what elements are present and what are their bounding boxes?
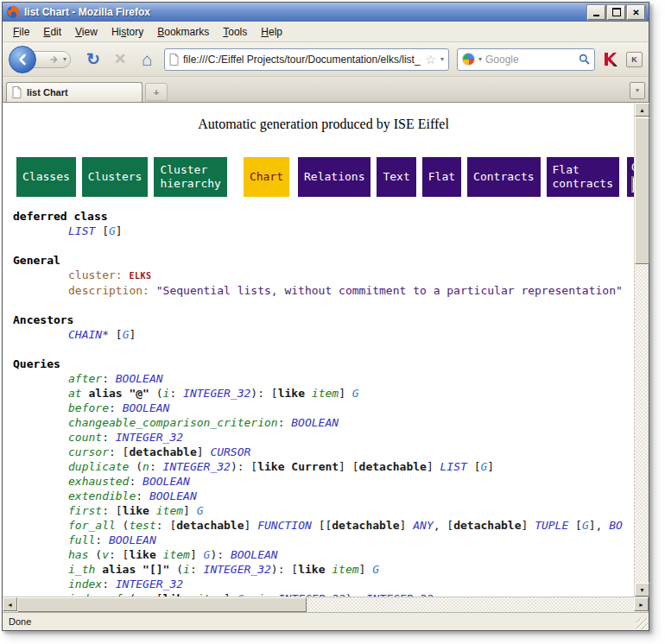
seg-type[interactable]: LIST xyxy=(440,460,467,473)
doc-nav-buttons: ClassesClustersCluster hierarchyChartRel… xyxy=(16,157,619,197)
search-input[interactable] xyxy=(485,54,575,66)
forward-button[interactable]: ▾ xyxy=(31,51,71,68)
search-magnifier-icon[interactable] xyxy=(579,54,590,65)
seg-plain: ] xyxy=(244,519,258,532)
seg-plain: [ xyxy=(95,224,109,237)
resize-grip[interactable] xyxy=(636,618,648,629)
maximize-icon xyxy=(612,8,621,16)
seg-type[interactable]: INTEGER_32 xyxy=(116,431,183,444)
seg-gen[interactable]: G xyxy=(352,387,359,400)
menu-bar: FileEditViewHistoryBookmarksToolsHelp xyxy=(3,22,649,42)
bookmark-star-icon[interactable]: ☆ xyxy=(425,53,436,66)
seg-kw: detachable xyxy=(453,519,521,532)
search-bar[interactable]: ▾ xyxy=(457,48,595,71)
seg-type[interactable]: CHAIN* xyxy=(68,328,109,341)
seg-type[interactable]: INTEGER_32 xyxy=(204,563,271,576)
seg-type[interactable]: TUPLE xyxy=(535,519,568,532)
scroll-left-button[interactable]: ◄ xyxy=(3,597,17,611)
back-button[interactable] xyxy=(9,46,36,73)
seg-type[interactable]: ANY xyxy=(413,519,433,532)
history-dropdown-icon[interactable]: ▾ xyxy=(63,56,66,63)
doc-line: CHAIN* [G] xyxy=(13,327,634,342)
seg-gen[interactable]: G xyxy=(582,519,589,532)
seg-type[interactable]: FUNCTION xyxy=(257,519,312,532)
docnav-relations[interactable]: Relations xyxy=(298,157,370,197)
seg-type[interactable]: LIST xyxy=(68,224,95,237)
content-area: Automatic generation produced by ISE Eif… xyxy=(3,103,649,597)
stop-button[interactable]: ✕ xyxy=(111,50,130,69)
minimize-button[interactable] xyxy=(587,5,605,20)
doc-sections: deferred classLIST [G]Generalcluster: EL… xyxy=(13,209,634,597)
seg-type[interactable]: BOOLEAN xyxy=(109,534,156,546)
new-tab-button[interactable]: + xyxy=(145,83,168,101)
seg-feat: exhausted xyxy=(68,475,129,488)
menu-tools[interactable]: Tools xyxy=(216,24,254,40)
seg-gen[interactable]: G xyxy=(197,504,204,517)
seg-gen[interactable]: G xyxy=(372,563,379,576)
menu-help[interactable]: Help xyxy=(254,24,289,40)
seg-type[interactable]: INTEGER_32 xyxy=(116,578,183,590)
k-toolbar-button[interactable]: K xyxy=(626,52,643,67)
horizontal-scroll-thumb[interactable] xyxy=(17,597,307,612)
menu-file[interactable]: File xyxy=(6,24,36,40)
home-button[interactable]: ⌂ xyxy=(137,50,156,69)
chevron-down-icon: ▾ xyxy=(636,87,639,94)
vertical-scroll-thumb[interactable] xyxy=(635,117,649,264)
docnav-text[interactable]: Text xyxy=(377,157,415,197)
tab-list-chart[interactable]: list Chart xyxy=(6,82,142,102)
doc-line: before: BOOLEAN xyxy=(13,401,634,415)
seg-type[interactable]: BOOLEAN xyxy=(116,372,163,385)
seg-gen[interactable]: G xyxy=(109,224,116,237)
menu-history[interactable]: History xyxy=(104,24,150,40)
seg-plain: ] xyxy=(487,460,494,473)
seg-type[interactable]: BOOLEAN xyxy=(291,416,339,429)
menu-bookmarks[interactable]: Bookmarks xyxy=(150,24,216,40)
menu-edit[interactable]: Edit xyxy=(36,24,68,40)
seg-type[interactable]: BOOLEAN xyxy=(142,475,190,488)
seg-feat: before xyxy=(68,401,109,414)
close-button[interactable]: ✕ xyxy=(627,5,645,20)
scroll-down-button[interactable]: ▼ xyxy=(635,583,649,597)
docnav-contracts[interactable]: Contracts xyxy=(467,157,540,197)
seg-feat: item xyxy=(332,563,358,576)
horizontal-scrollbar[interactable]: ◄ ► xyxy=(3,597,649,612)
seg-cluster: ELKS xyxy=(129,271,151,281)
docnav-chart[interactable]: Chart xyxy=(244,157,289,197)
seg-kw: detachable xyxy=(359,460,427,473)
maximize-button[interactable] xyxy=(607,5,625,20)
reload-button[interactable]: ↻ xyxy=(84,50,103,69)
seg-type[interactable]: BO xyxy=(609,519,623,532)
url-input[interactable] xyxy=(183,54,421,66)
tab-bar: list Chart + ▾ xyxy=(3,77,649,103)
status-text: Done xyxy=(9,616,31,627)
seg-type[interactable]: BOOLEAN xyxy=(149,489,197,502)
docnav-clusters[interactable]: Clusters xyxy=(82,157,149,197)
back-arrow-icon xyxy=(16,54,28,66)
scroll-up-button[interactable]: ▲ xyxy=(635,103,649,117)
menu-view[interactable]: View xyxy=(68,24,104,40)
seg-type[interactable]: CURSOR xyxy=(210,445,250,458)
seg-type[interactable]: BOOLEAN xyxy=(231,548,278,561)
seg-label: description: xyxy=(68,284,156,297)
seg-kw: detachable xyxy=(129,445,196,458)
kaspersky-icon[interactable] xyxy=(603,52,618,66)
seg-str: "Sequential lists, without commitment to… xyxy=(156,284,623,297)
url-dropdown-icon[interactable]: ▾ xyxy=(440,56,444,63)
url-bar[interactable]: ☆ ▾ xyxy=(164,48,449,71)
seg-type[interactable]: INTEGER_32 xyxy=(183,387,250,400)
docnav-flat[interactable]: Flat xyxy=(422,157,461,197)
seg-type[interactable]: BOOLEAN xyxy=(123,401,170,414)
list-all-tabs-button[interactable]: ▾ xyxy=(630,82,645,99)
title-bar: list Chart - Mozilla Firefox ✕ xyxy=(3,3,649,22)
doc-line: cursor: [detachable] CURSOR xyxy=(13,445,634,459)
seg-plain: ] xyxy=(183,504,197,517)
doc-line: after: BOOLEAN xyxy=(13,371,634,386)
docnav-cluster-hierarchy[interactable]: Cluster hierarchy xyxy=(154,157,226,197)
scroll-right-button[interactable]: ► xyxy=(634,597,649,611)
vertical-scrollbar[interactable]: ▲ ▼ xyxy=(634,103,649,597)
docnav-flat-contracts[interactable]: Flat contracts xyxy=(547,157,619,197)
search-engine-dropdown-icon[interactable]: ▾ xyxy=(478,56,482,63)
docnav-classes[interactable]: Classes xyxy=(16,157,76,197)
seg-type[interactable]: INTEGER_32 xyxy=(163,460,231,473)
seg-plain: ] xyxy=(400,519,414,532)
